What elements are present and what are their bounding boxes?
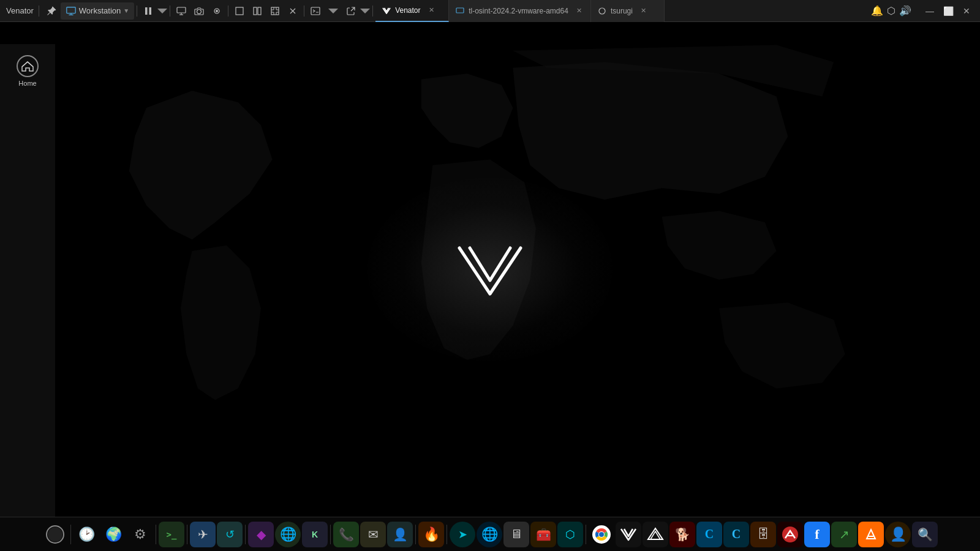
sidebar: Home [0, 44, 55, 517]
toolbar: Workstation ▼ [40, 0, 866, 22]
taskbar-settings-icon[interactable]: ⚙ [127, 522, 153, 547]
terminal-dropdown[interactable] [325, 2, 342, 20]
taskbar-greenarrow-icon[interactable]: ↗ [831, 522, 857, 547]
separator [137, 6, 137, 17]
maximize-button[interactable]: ⬜ [940, 2, 957, 20]
close-button[interactable]: ✕ [958, 2, 975, 20]
notification-area: 🔔 ⬡ 🔊 [866, 5, 916, 17]
tab-close-tsurugi[interactable]: ✕ [639, 6, 649, 16]
tab-icon-venator [382, 6, 391, 15]
pause-dropdown[interactable] [157, 2, 167, 20]
taskbar-purple-app-icon[interactable]: ◆ [248, 522, 274, 547]
ext-dropdown[interactable] [360, 2, 370, 20]
taskbar-separator [245, 525, 246, 544]
svg-point-21 [48, 527, 62, 542]
taskbar-facebook-icon[interactable]: f [804, 522, 830, 547]
taskbar: 🕑 🌍 ⚙ >_ ✈ ↺ ◆ 🌐 K 📞 ✉ 👤 🔥 ➤ 🌐 🖥 🧰 ⬡ [0, 517, 980, 551]
taskbar-globe-icon[interactable]: 🌍 [100, 522, 126, 547]
main-content: Home [0, 22, 980, 517]
workstation-icon [66, 6, 77, 17]
venator-logo [453, 233, 527, 306]
taskbar-chip-icon[interactable]: ⬡ [557, 522, 583, 547]
tab-icon-tl-osint [455, 6, 465, 16]
taskbar-veracrypt-icon[interactable] [643, 522, 668, 547]
home-label: Home [18, 80, 36, 87]
view-split-button[interactable] [249, 2, 266, 20]
pause-button[interactable] [140, 2, 157, 20]
separator [170, 6, 170, 17]
taskbar-separator [70, 525, 71, 544]
tab-icon-tsurugi [597, 6, 607, 16]
svg-point-8 [197, 9, 202, 13]
taskbar-navigate-icon[interactable]: ➤ [450, 522, 475, 547]
taskbar-avast-icon[interactable] [858, 522, 884, 547]
svg-rect-5 [177, 7, 186, 13]
monitor-button[interactable] [173, 2, 190, 20]
window-controls: — ⬜ ✕ [916, 2, 980, 20]
taskbar-separator [586, 525, 586, 544]
taskbar-userphoto-icon[interactable]: 👤 [885, 522, 911, 547]
svg-rect-4 [149, 7, 152, 15]
taskbar-maltego-icon[interactable] [777, 522, 803, 547]
svg-point-17 [599, 8, 605, 14]
record-button[interactable] [208, 2, 225, 20]
taskbar-cyberchef-icon[interactable]: C [696, 522, 722, 547]
tab-label-tsurugi: tsurugi [611, 7, 633, 15]
divider [39, 6, 39, 17]
taskbar-nextcloud-icon[interactable]: ↺ [217, 522, 243, 547]
svg-rect-0 [67, 7, 75, 13]
tab-label-tl-osint: tl-osint-2024.2-vmware-amd64 [469, 7, 568, 15]
svg-rect-13 [258, 7, 261, 15]
taskbar-separator [187, 525, 187, 544]
taskbar-toolbox-icon[interactable]: 🧰 [530, 522, 556, 547]
taskbar-venator-v-icon[interactable] [616, 522, 641, 547]
app-name: Venator [0, 6, 39, 15]
taskbar-separator [156, 525, 156, 544]
notification-bell-button[interactable]: 🔔 [871, 5, 883, 17]
taskbar-browser-icon[interactable]: 🌐 [477, 522, 502, 547]
taskbar-earth-icon[interactable]: 🌐 [275, 522, 301, 547]
taskbar-bloodhound-icon[interactable]: 🐕 [669, 522, 695, 547]
tab-venator[interactable]: Venator✕ [375, 0, 449, 22]
home-icon [17, 55, 39, 77]
separator [228, 6, 228, 17]
view-fullscreen-button[interactable] [266, 2, 284, 20]
taskbar-clock-icon[interactable]: 🕑 [74, 522, 99, 547]
taskbar-telegram-icon[interactable]: ✈ [190, 522, 216, 547]
tab-tsurugi[interactable]: tsurugi✕ [591, 0, 665, 22]
view-shrink-button[interactable] [284, 2, 301, 20]
svg-rect-12 [254, 7, 257, 15]
taskbar-terminal-icon[interactable]: >_ [159, 522, 184, 547]
tab-close-venator[interactable]: ✕ [427, 6, 437, 15]
svg-rect-3 [145, 7, 148, 15]
tab-close-tl-osint[interactable]: ✕ [575, 6, 584, 16]
taskbar-mail-icon[interactable]: ✉ [360, 522, 386, 547]
taskbar-flame-icon[interactable]: 🔥 [418, 522, 444, 547]
vmware-icon-button[interactable]: ⬡ [887, 5, 895, 17]
workstation-button[interactable]: Workstation ▼ [61, 2, 134, 20]
taskbar-power-icon[interactable] [42, 522, 68, 547]
taskbar-cyberchef2-icon[interactable]: C [723, 522, 749, 547]
taskbar-search-icon[interactable]: 🔍 [912, 522, 938, 547]
taskbar-separator [447, 525, 447, 544]
taskbar-database-icon[interactable]: 🗄 [750, 522, 776, 547]
terminal-button[interactable] [307, 2, 324, 20]
tab-tl-osint[interactable]: tl-osint-2024.2-vmware-amd64✕ [449, 0, 591, 22]
external-link-button[interactable] [342, 2, 360, 20]
svg-marker-26 [648, 528, 663, 539]
volume-icon-button[interactable]: 🔊 [899, 5, 911, 17]
taskbar-kali-icon[interactable]: K [302, 522, 328, 547]
view-single-button[interactable] [231, 2, 248, 20]
taskbar-separator [415, 525, 416, 544]
pin-button[interactable] [43, 2, 60, 20]
tabs-area: Venator✕tl-osint-2024.2-vmware-amd64✕tsu… [375, 0, 864, 22]
taskbar-person-icon[interactable]: 👤 [387, 522, 413, 547]
minimize-button[interactable]: — [921, 2, 938, 20]
taskbar-phone-icon[interactable]: 📞 [333, 522, 359, 547]
snapshot-button[interactable] [190, 2, 208, 20]
taskbar-display-icon[interactable]: 🖥 [503, 522, 529, 547]
taskbar-chrome-icon[interactable] [589, 522, 614, 547]
svg-rect-11 [236, 7, 243, 15]
workstation-label: Workstation [79, 6, 121, 15]
sidebar-item-home[interactable]: Home [6, 50, 49, 92]
